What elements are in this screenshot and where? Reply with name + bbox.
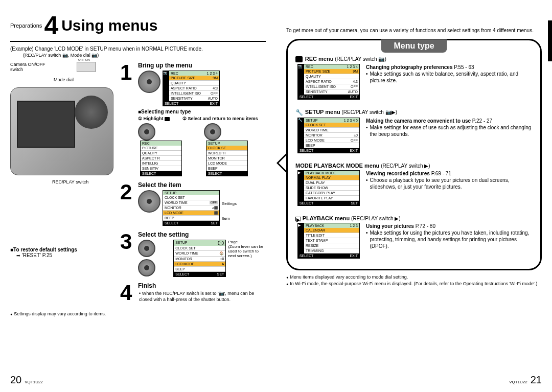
- doc-code-left: VQT1U22: [25, 380, 43, 384]
- step-4: 4 Finish • When the REC/PLAY switch is s…: [120, 282, 266, 304]
- menu-type-box: Menu type REC menu (REC/PLAY switch 📷) 📷: [286, 39, 542, 270]
- intro-text: To get more out of your camera, you can …: [286, 27, 542, 34]
- camera-illustration: [10, 87, 113, 175]
- select-return-label: ② Select and return to menu items: [182, 116, 258, 121]
- page-num-right: 21: [531, 374, 542, 386]
- step-3: 3 Select the setting SETUP1 CLOCK SET: [120, 231, 266, 277]
- dpad-icon: [138, 240, 155, 257]
- side-tab-icon: [548, 20, 552, 61]
- step-num-2: 2: [120, 181, 138, 226]
- dpad-icon: [138, 190, 160, 213]
- page-left: Preparations 4 Using menus (Example) Cha…: [0, 0, 276, 392]
- right-footer-1: Menu items displayed vary according to m…: [286, 274, 542, 281]
- header-number: 4: [44, 13, 58, 38]
- bottom-bar-left: 20 VQT1U22: [10, 374, 266, 386]
- rec-menu-screen: 📷 REC1 2 3 4 PICTURE SIZE9M QUALITY ASPE…: [297, 64, 360, 100]
- screen-sidecol-icon: 📷: [163, 71, 169, 101]
- wrench-icon: [295, 110, 303, 116]
- dpad-icon: [138, 123, 155, 141]
- pointer-triangle-icon: [277, 153, 287, 173]
- dpad-icon: [138, 259, 155, 276]
- step-1: 1 Bring up the menu 📷 REC1 2 3 4 PICTUR: [120, 62, 266, 176]
- label-recplay: REC/PLAY switch: [52, 179, 88, 185]
- playback-mode-screen: ▶ PLAYBACK MODE NORMAL PLAY DUAL PLAY SL…: [297, 170, 360, 206]
- mode-bullet: Choose a playback type to see your pictu…: [366, 177, 533, 190]
- setup-screen-narrow: SETUP CLOCK SE WORLD TI MONITOR LCD MODE…: [206, 141, 248, 176]
- rec-menu-section: REC menu (REC/PLAY switch 📷) 📷 REC1 2 3 …: [295, 56, 533, 100]
- page-right: To get more out of your camera, you can …: [276, 0, 552, 392]
- restore-text: ➡ 'RESET' P.25: [16, 252, 120, 258]
- item-label: Item: [222, 216, 237, 221]
- left-footer-note: Settings display may vary according to i…: [10, 311, 266, 317]
- rec-screen: 📷 REC1 2 3 4 PICTURE SIZE9M QUALITY ASPE…: [163, 71, 220, 106]
- camera-screen-icon: [17, 101, 75, 148]
- setup-screen-2: SETUP CLOCK SET WORLD TIMEOFF MONITORA⬛ …: [163, 190, 220, 226]
- step-num-4: 4: [120, 282, 138, 304]
- playback-menu-screen: ▶ PLAYBACK1 2 3 CALENDAR TITLE EDIT TEXT…: [297, 223, 360, 259]
- right-footer-2: In Wi-Fi mode, the special-purpose Wi-Fi…: [286, 281, 542, 287]
- step1-title: Bring up the menu: [138, 62, 266, 69]
- onoff-switch-icon: OFF ON: [77, 62, 96, 72]
- settings-label: Settings: [222, 201, 237, 206]
- example-sub: (REC/PLAY switch 📷, Mode dial 📷): [23, 53, 266, 58]
- rec-screen-narrow: REC PICTURE QUALITY ASPECT R INTELLIG SE…: [140, 141, 182, 176]
- playback-mode-section: MODE PLAYBACK MODE menu (REC/PLAY switch…: [295, 163, 533, 206]
- arrow-icon: ➡: [16, 253, 20, 258]
- label-modedial: Mode dial: [54, 77, 74, 82]
- setup-menu-section: SETUP menu (REC/PLAY switch 📷▶) 🔧 SETUP1…: [295, 109, 533, 153]
- step-2: 2 Select the item SETUP CLOCK SET WORLD …: [120, 181, 266, 226]
- rec-bullet: Make settings such as white balance, sen…: [366, 71, 533, 84]
- label-onoff: Camera ON/OFF switch: [10, 62, 46, 72]
- playback-bullet: Make settings for using the pictures you…: [366, 229, 533, 249]
- page-num-left: 20: [10, 374, 21, 386]
- header-title: Using menus: [61, 17, 157, 34]
- camera-column: Camera ON/OFF switch OFF ON Mode dial Sh…: [10, 62, 120, 309]
- dpad-icon: [204, 123, 221, 141]
- playback-menu-section: PLAYBACK menu (REC/PLAY switch ▶) ▶ PLAY…: [295, 215, 533, 259]
- step1-sub: ■Selecting menu type: [138, 109, 266, 114]
- highlight-label: ① Highlight: [138, 116, 164, 121]
- steps-column: 1 Bring up the menu 📷 REC1 2 3 4 PICTUR: [120, 62, 266, 309]
- example-text: (Example) Change 'LCD MODE' in SETUP men…: [10, 46, 266, 52]
- page-label: Page: [228, 240, 266, 244]
- setup-bullet: Make settings for ease of use such as ad…: [366, 124, 533, 137]
- step-num-3: 3: [120, 231, 138, 277]
- camera-icon: [295, 56, 303, 62]
- header-bar: Preparations 4 Using menus: [10, 13, 266, 42]
- step-num-1: 1: [120, 62, 138, 176]
- restore-title: ■To restore default settings: [10, 247, 120, 252]
- menu-icon: [165, 117, 170, 121]
- section-label: Preparations: [10, 22, 42, 29]
- doc-code-right: VQT1U22: [509, 380, 527, 384]
- menu-type-title: Menu type: [381, 39, 447, 53]
- step4-title: Finish: [138, 282, 266, 289]
- setup-screen-3: SETUP1 CLOCK SET WORLD TIME🏠 MONITOR±0 L…: [173, 240, 226, 277]
- restore-block: ■To restore default settings ➡ 'RESET' P…: [10, 247, 120, 258]
- zoom-note: (Zoom lever can be used to switch to nex…: [228, 244, 266, 258]
- right-footer-notes: Menu items displayed vary according to m…: [286, 274, 542, 287]
- camera-lens-icon: [75, 96, 108, 129]
- step2-title: Select the item: [138, 181, 266, 189]
- playback-icon: [295, 217, 301, 221]
- step3-title: Select the setting: [138, 231, 266, 238]
- bottom-bar-right: VQT1U22 21: [286, 374, 542, 386]
- step4-text: • When the REC/PLAY switch is set to '📷'…: [139, 291, 266, 303]
- setup-menu-screen: 🔧 SETUP1 2 3 4 5 CLOCK SET WORLD TIME MO…: [297, 118, 360, 153]
- dpad-icon: [138, 71, 160, 93]
